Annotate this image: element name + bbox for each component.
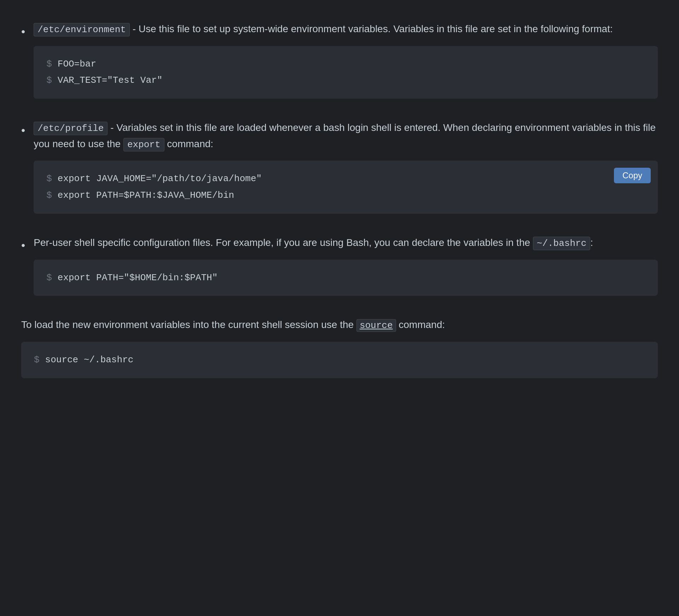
list-text-after-1: - Use this file to set up system-wide en… [133,23,613,34]
bottom-text-after: command: [396,319,445,330]
bottom-code-block: $ source ~/.bashrc [21,342,658,378]
copy-button-2[interactable]: Copy [614,168,651,183]
list-item-3: • Per-user shell specific configuration … [21,235,658,299]
dollar-sign-2-2: $ [46,187,52,204]
list-text-after-2b: command: [164,138,214,149]
inline-code-etc-environment: /etc/environment [34,23,130,36]
bullet-1: • [21,23,25,41]
bottom-dollar-sign: $ [34,352,40,368]
code-block-3: $ export PATH="$HOME/bin:$PATH" [34,260,658,296]
list-content-1: /etc/environment - Use this file to set … [34,21,658,102]
code-content-1-2: VAR_TEST="Test Var" [58,72,162,89]
code-block-1: $ FOO=bar $ VAR_TEST="Test Var" [34,46,658,99]
bottom-code-line-1: $ source ~/.bashrc [34,352,645,368]
code-content-1-1: FOO=bar [58,56,96,73]
bottom-paragraph: To load the new environment variables in… [21,317,658,333]
bottom-text-before: To load the new environment variables in… [21,319,356,330]
list-text-2: /etc/profile - Variables set in this fil… [34,120,658,152]
list-item-2: • /etc/profile - Variables set in this f… [21,120,658,217]
code-block-wrapper-1: $ FOO=bar $ VAR_TEST="Test Var" [34,46,658,99]
code-block-wrapper-2: $ export JAVA_HOME="/path/to/java/home" … [34,161,658,214]
code-content-2-2: export PATH=$PATH:$JAVA_HOME/bin [58,187,234,204]
code-line-3-1: $ export PATH="$HOME/bin:$PATH" [46,270,645,286]
inline-code-etc-profile: /etc/profile [34,122,108,135]
bullet-2: • [21,121,25,139]
dollar-sign-2-1: $ [46,171,52,187]
code-content-2-1: export JAVA_HOME="/path/to/java/home" [58,171,262,187]
inline-code-export: export [123,138,164,151]
source-link[interactable]: source [356,319,396,332]
list-content-3: Per-user shell specific configuration fi… [34,235,658,299]
code-line-2-1: $ export JAVA_HOME="/path/to/java/home" [46,171,645,187]
dollar-sign-3-1: $ [46,270,52,286]
code-line-2-2: $ export PATH=$PATH:$JAVA_HOME/bin [46,187,645,204]
bottom-code-content: source ~/.bashrc [45,352,134,368]
bullet-3: • [21,236,25,254]
content-area: • /etc/environment - Use this file to se… [21,14,658,385]
code-block-wrapper-3: $ export PATH="$HOME/bin:$PATH" [34,260,658,296]
code-block-2: $ export JAVA_HOME="/path/to/java/home" … [34,161,658,214]
list-content-2: /etc/profile - Variables set in this fil… [34,120,658,217]
list-text-before-3: Per-user shell specific configuration fi… [34,237,533,248]
list-text-1: /etc/environment - Use this file to set … [34,21,658,38]
list-item-1: • /etc/environment - Use this file to se… [21,21,658,102]
list-text-after-3: : [590,237,593,248]
main-list: • /etc/environment - Use this file to se… [21,21,658,299]
code-line-1-2: $ VAR_TEST="Test Var" [46,72,645,89]
code-line-1-1: $ FOO=bar [46,56,645,73]
list-text-3: Per-user shell specific configuration fi… [34,235,658,251]
inline-code-bashrc: ~/.bashrc [533,237,590,250]
code-content-3-1: export PATH="$HOME/bin:$PATH" [58,270,217,286]
dollar-sign-1-1: $ [46,56,52,73]
dollar-sign-1-2: $ [46,72,52,89]
